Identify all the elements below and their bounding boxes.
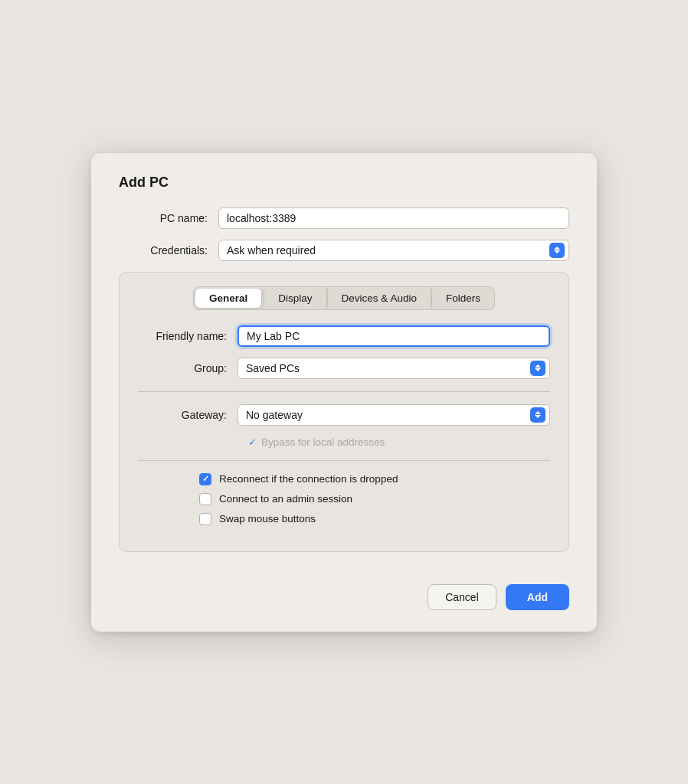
tabs-bar-container: General Display Devices & Audio Folders (138, 286, 550, 310)
reconnect-checkbox-row: ✓ Reconnect if the connection is dropped (199, 473, 550, 485)
pc-name-input[interactable] (218, 207, 569, 229)
admin-label: Connect to an admin session (219, 493, 352, 505)
divider-1 (138, 391, 550, 392)
reconnect-checkbox[interactable]: ✓ (199, 473, 211, 485)
tab-folders[interactable]: Folders (432, 287, 494, 309)
divider-2 (138, 460, 550, 461)
cancel-button[interactable]: Cancel (428, 584, 496, 610)
bypass-label: Bypass for local addresses (261, 436, 385, 448)
gateway-label: Gateway: (138, 409, 238, 421)
gateway-row: Gateway: No gateway (138, 404, 550, 426)
swap-checkbox[interactable] (199, 513, 211, 525)
tab-general[interactable]: General (195, 289, 262, 308)
pc-name-label: PC name: (119, 212, 218, 224)
group-select-wrapper: Saved PCs (238, 358, 550, 379)
dialog-title: Add PC (119, 175, 569, 191)
admin-checkbox[interactable] (199, 493, 211, 505)
tab-display[interactable]: Display (264, 287, 326, 309)
bypass-checkmark: ✓ (248, 436, 257, 448)
friendly-name-input[interactable] (238, 325, 550, 347)
add-pc-dialog: Add PC PC name: Credentials: Ask when re… (91, 153, 597, 632)
gateway-select-wrapper: No gateway (238, 404, 550, 426)
admin-checkbox-row: Connect to an admin session (199, 493, 550, 505)
tabs-panel: General Display Devices & Audio Folders … (119, 272, 569, 552)
dialog-footer: Cancel Add (119, 575, 569, 610)
checkmark-icon: ✓ (202, 474, 209, 484)
swap-label: Swap mouse buttons (219, 513, 316, 524)
group-row: Group: Saved PCs (138, 358, 550, 379)
group-label: Group: (138, 362, 238, 374)
credentials-label: Credentials: (119, 244, 218, 256)
tabs-bar: General Display Devices & Audio Folders (193, 286, 495, 310)
bypass-row: ✓ Bypass for local addresses (248, 436, 550, 448)
tab-devices-audio[interactable]: Devices & Audio (328, 287, 431, 309)
swap-checkbox-row: Swap mouse buttons (199, 513, 550, 525)
credentials-select-wrapper: Ask when required (218, 240, 569, 261)
pc-name-row: PC name: (119, 207, 569, 229)
credentials-row: Credentials: Ask when required (119, 240, 569, 261)
gateway-select[interactable]: No gateway (238, 404, 550, 426)
checkbox-section: ✓ Reconnect if the connection is dropped… (138, 473, 550, 525)
group-select[interactable]: Saved PCs (238, 358, 550, 379)
reconnect-label: Reconnect if the connection is dropped (219, 473, 398, 485)
add-button[interactable]: Add (506, 584, 569, 610)
credentials-select[interactable]: Ask when required (218, 240, 569, 261)
friendly-name-row: Friendly name: (138, 325, 550, 347)
friendly-name-label: Friendly name: (138, 330, 238, 342)
